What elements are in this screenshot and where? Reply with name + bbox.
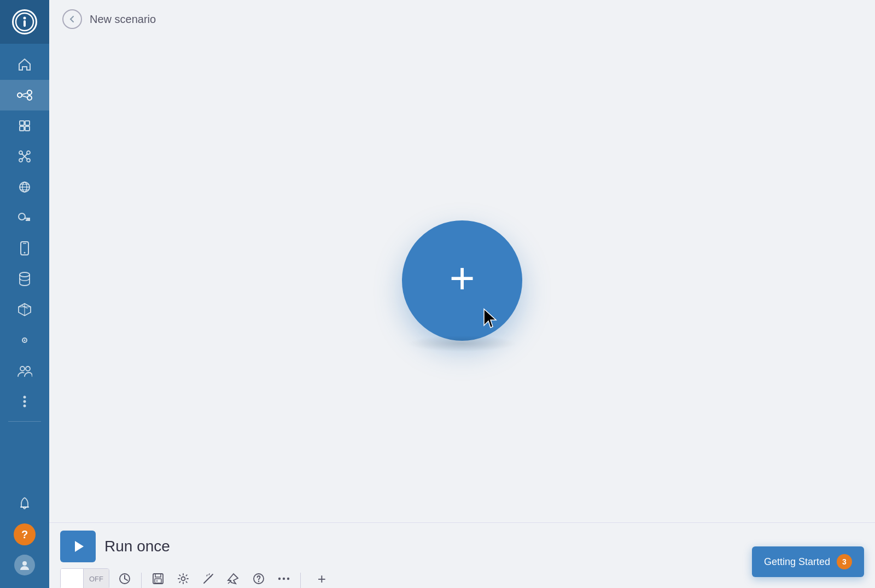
svg-point-4 (27, 90, 32, 95)
svg-point-34 (22, 561, 27, 566)
main-content: New scenario + Run once (49, 0, 875, 588)
svg-point-28 (20, 366, 25, 371)
svg-rect-8 (20, 121, 24, 125)
run-once-button[interactable] (60, 531, 96, 562)
sidebar-item-templates[interactable] (0, 110, 49, 141)
svg-rect-9 (25, 121, 30, 125)
controls-help-button[interactable] (247, 567, 271, 588)
sidebar-item-webhooks[interactable] (0, 172, 49, 202)
svg-point-30 (24, 396, 26, 399)
sidebar: ? (0, 0, 49, 588)
canvas-area: + (49, 38, 875, 522)
svg-point-47 (258, 581, 259, 582)
controls-run-button[interactable] (221, 567, 246, 588)
sidebar-item-notifications[interactable] (0, 488, 49, 519)
sidebar-item-help[interactable]: ? (0, 519, 49, 550)
svg-line-7 (22, 96, 27, 97)
svg-point-48 (278, 578, 281, 580)
controls-row: OFF SCHEDULING (60, 567, 864, 588)
svg-point-32 (24, 405, 26, 407)
topbar: New scenario (49, 0, 875, 38)
sidebar-item-packages[interactable] (0, 294, 49, 325)
button-shadow (407, 335, 517, 352)
svg-rect-41 (155, 579, 161, 583)
svg-point-49 (283, 578, 285, 580)
controls-save-button[interactable] (146, 567, 170, 588)
sidebar-item-flows[interactable] (0, 325, 49, 356)
svg-point-21 (19, 213, 25, 220)
svg-rect-10 (20, 126, 24, 131)
getting-started-button[interactable]: Getting Started 3 (752, 546, 864, 577)
svg-rect-40 (155, 574, 161, 577)
svg-point-3 (18, 93, 22, 97)
svg-point-25 (20, 272, 30, 277)
scheduling-section: OFF SCHEDULING (60, 567, 137, 588)
sidebar-logo[interactable] (0, 0, 49, 44)
controls-more-button[interactable] (272, 567, 296, 588)
sidebar-item-scenarios[interactable] (0, 80, 49, 110)
user-avatar (14, 555, 35, 575)
svg-point-23 (24, 252, 26, 254)
controls-buttons (146, 567, 296, 588)
getting-started-badge: 3 (837, 554, 852, 569)
sidebar-bottom: ? (0, 488, 49, 588)
sidebar-item-keys[interactable] (0, 202, 49, 233)
svg-line-38 (125, 579, 127, 580)
run-row: Run once (60, 523, 864, 567)
svg-point-43 (182, 577, 185, 581)
toggle-off-label: OFF (84, 568, 109, 588)
add-favorite-button[interactable]: + (310, 567, 334, 588)
svg-rect-11 (25, 126, 30, 131)
add-module-button[interactable]: + (402, 220, 522, 341)
svg-point-15 (27, 159, 30, 162)
toggle-blank (61, 568, 84, 588)
bottom-toolbar: Run once OFF (49, 522, 875, 588)
svg-rect-2 (24, 20, 26, 27)
scheduling-buttons: OFF (60, 567, 137, 588)
sidebar-item-datastores[interactable] (0, 264, 49, 294)
svg-line-6 (22, 93, 27, 95)
plus-icon: + (450, 257, 475, 300)
scheduling-clock-button[interactable] (113, 567, 137, 588)
sidebar-item-avatar[interactable] (0, 550, 49, 580)
sidebar-item-teams[interactable] (0, 356, 49, 386)
getting-started-text: Getting Started (764, 556, 830, 568)
favorites-buttons: + (310, 567, 334, 588)
back-button[interactable] (62, 9, 82, 29)
sidebar-item-devices[interactable] (0, 233, 49, 264)
svg-point-50 (287, 578, 289, 580)
svg-marker-35 (75, 541, 84, 552)
svg-point-29 (26, 366, 30, 371)
svg-point-5 (27, 96, 32, 100)
sidebar-nav (0, 44, 49, 488)
svg-point-13 (27, 151, 30, 154)
scheduling-toggle[interactable]: OFF (60, 568, 109, 588)
controls-section: CONTROLS (146, 567, 296, 588)
page-title: New scenario (90, 13, 156, 26)
svg-point-31 (24, 400, 26, 403)
sidebar-item-more[interactable] (0, 386, 49, 417)
svg-point-14 (19, 159, 22, 162)
run-once-label: Run once (104, 538, 170, 555)
controls-settings-button[interactable] (171, 567, 195, 588)
sidebar-item-home[interactable] (0, 49, 49, 80)
svg-point-12 (19, 151, 22, 154)
app-logo-icon (12, 9, 37, 34)
toolbar-divider-1 (141, 573, 142, 588)
sidebar-item-connections[interactable] (0, 141, 49, 172)
favorites-section: + FAVORITES (305, 567, 339, 588)
controls-auto-button[interactable] (196, 567, 220, 588)
svg-point-27 (24, 340, 26, 341)
svg-point-1 (24, 17, 26, 20)
sidebar-divider (8, 421, 41, 422)
toolbar-divider-2 (300, 573, 301, 588)
